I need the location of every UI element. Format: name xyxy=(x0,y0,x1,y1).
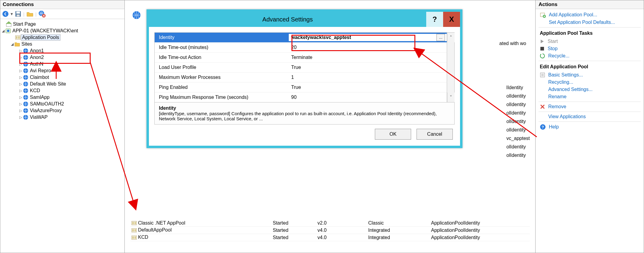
tree-site[interactable]: ▷SamlApp xyxy=(1,94,123,101)
home-icon xyxy=(6,21,12,27)
tree-site[interactable]: ▷Default Web Site xyxy=(1,81,123,87)
app-pool-grid[interactable]: Classic .NET AppPoolStartedv2.0ClassicAp… xyxy=(130,220,530,241)
clipped-text: ated with wo xyxy=(499,41,526,46)
property-value: wacketywack\svc_apptest xyxy=(291,35,436,40)
expand-icon[interactable]: ▷ xyxy=(18,55,23,60)
action-add-pool[interactable]: Add Application Pool... xyxy=(536,11,643,19)
expand-icon[interactable]: ▷ xyxy=(18,89,23,93)
action-set-defaults[interactable]: Set Application Pool Defaults... xyxy=(536,19,643,26)
group-pool-tasks: Application Pool Tasks xyxy=(536,29,643,38)
property-description-title: Identity xyxy=(159,105,176,111)
tree-site[interactable]: ▷Anon1 xyxy=(1,47,123,54)
svg-rect-2 xyxy=(16,11,20,14)
site-icon xyxy=(23,68,29,74)
expand-icon[interactable]: ▷ xyxy=(18,75,23,79)
folder-open-icon[interactable] xyxy=(26,11,34,17)
dialog-help-button[interactable]: ? xyxy=(426,12,443,27)
globe-remove-icon[interactable] xyxy=(38,10,46,18)
svg-rect-10 xyxy=(16,36,18,39)
scroll-down-icon[interactable]: ˅ xyxy=(447,92,455,102)
site-icon xyxy=(23,101,29,107)
tree-sites[interactable]: ◢ Sites xyxy=(1,41,123,47)
save-icon[interactable] xyxy=(15,11,21,17)
app-pool-icon xyxy=(131,220,137,226)
pool-row[interactable]: Classic .NET AppPoolStartedv2.0ClassicAp… xyxy=(130,220,530,227)
tree-site[interactable]: ▷ViaWAP xyxy=(1,114,123,121)
expand-icon[interactable]: ▷ xyxy=(18,95,23,99)
expand-icon[interactable]: ▷ xyxy=(18,115,23,119)
remove-icon xyxy=(540,104,545,109)
stop-icon xyxy=(540,46,545,51)
svg-rect-11 xyxy=(18,36,20,39)
action-rename[interactable]: Rename xyxy=(536,93,643,100)
action-help[interactable]: ? Help xyxy=(536,123,643,131)
dialog-title: Advanced Settings xyxy=(149,12,426,27)
recycle-icon xyxy=(540,53,545,59)
svg-rect-28 xyxy=(132,229,134,232)
action-recycling[interactable]: Recycling... xyxy=(536,79,643,86)
tree-site[interactable]: ▷AuthN xyxy=(1,61,123,67)
expand-icon[interactable]: ▷ xyxy=(18,102,23,106)
tree-server[interactable]: ◢ APP-01 (WACKETYWACK\ent xyxy=(1,28,123,34)
properties-icon xyxy=(540,72,545,78)
group-edit-pool: Edit Application Pool xyxy=(536,62,643,71)
property-row[interactable]: Ping Maximum Response Time (seconds)90 xyxy=(155,92,447,102)
svg-rect-32 xyxy=(134,236,136,239)
identity-column-fragment: lIdentityolIdentityolIdentityolIdentityo… xyxy=(507,85,530,161)
property-description: Identity [identityType, username, passwo… xyxy=(154,102,455,125)
property-row[interactable]: Idle Time-out (minutes)20 xyxy=(155,43,447,53)
svg-text:?: ? xyxy=(542,125,544,129)
property-value: True xyxy=(289,85,447,90)
site-icon xyxy=(23,61,29,67)
property-row[interactable]: Identitywacketywack\svc_apptest… xyxy=(155,33,447,43)
site-icon xyxy=(23,94,29,100)
back-icon[interactable] xyxy=(2,11,9,17)
app-pool-add-icon xyxy=(540,12,546,18)
app-pool-icon xyxy=(131,235,137,240)
dialog-close-button[interactable]: X xyxy=(443,12,460,27)
action-view-apps[interactable]: View Applications xyxy=(536,113,643,120)
property-row[interactable]: Maximum Worker Processes1 xyxy=(155,73,447,83)
svg-point-8 xyxy=(7,30,9,32)
actions-panel: Actions Add Application Pool... Set Appl… xyxy=(536,0,644,253)
property-value: 1 xyxy=(289,75,447,80)
tree-site[interactable]: ▷Anon2 xyxy=(1,54,123,61)
pool-row[interactable]: DefaultAppPoolStartedv4.0IntegratedAppli… xyxy=(130,227,530,234)
svg-rect-31 xyxy=(132,236,134,239)
property-row[interactable]: Load User ProfileTrue xyxy=(155,63,447,73)
tree-site[interactable]: ▷Avi Repro xyxy=(1,67,123,74)
property-name: Maximum Worker Processes xyxy=(155,75,289,80)
action-stop[interactable]: Stop xyxy=(536,45,643,52)
tree-site[interactable]: ▷ViaAzureProxy xyxy=(1,107,123,114)
ellipsis-button[interactable]: … xyxy=(436,34,445,41)
action-basic-settings[interactable]: Basic Settings... xyxy=(536,71,643,79)
site-icon xyxy=(23,48,29,54)
pool-row[interactable]: KCDStartedv4.0IntegratedApplicationPoolI… xyxy=(130,234,530,241)
dropdown-icon[interactable]: ▾ xyxy=(11,11,13,17)
action-recycle[interactable]: Recycle... xyxy=(536,52,643,60)
svg-rect-6 xyxy=(6,24,11,27)
expand-icon[interactable]: ▷ xyxy=(18,69,23,73)
scroll-up-icon[interactable]: ˄ xyxy=(447,33,455,42)
tree-start-page[interactable]: Start Page xyxy=(1,21,123,28)
expand-icon[interactable]: ▷ xyxy=(18,62,23,66)
tree-site[interactable]: ▷SAMtoOAUTH2 xyxy=(1,101,123,107)
tree-site[interactable]: ▷KCD xyxy=(1,87,123,94)
property-name: Ping Enabled xyxy=(155,85,289,90)
tree-site[interactable]: ▷Claimbot xyxy=(1,74,123,81)
expand-icon[interactable]: ▷ xyxy=(18,49,23,53)
property-row[interactable]: Idle Time-out ActionTerminate xyxy=(155,53,447,63)
ok-button[interactable]: OK xyxy=(375,129,411,140)
action-advanced-settings[interactable]: Advanced Settings... xyxy=(536,86,643,93)
connections-tree[interactable]: Start Page ◢ APP-01 (WACKETYWACK\ent App… xyxy=(0,19,124,253)
tree-app-pools[interactable]: Application Pools xyxy=(1,34,123,41)
cancel-button[interactable]: Cancel xyxy=(417,129,453,140)
property-grid[interactable]: Identitywacketywack\svc_apptest…Idle Tim… xyxy=(154,32,447,102)
collapse-icon[interactable]: ◢ xyxy=(1,29,5,33)
property-row[interactable]: Ping EnabledTrue xyxy=(155,83,447,92)
action-remove[interactable]: Remove xyxy=(536,103,643,110)
action-start: Start xyxy=(536,38,643,45)
collapse-icon[interactable]: ◢ xyxy=(10,42,14,46)
expand-icon[interactable]: ▷ xyxy=(18,82,23,86)
expand-icon[interactable]: ▷ xyxy=(18,109,23,113)
